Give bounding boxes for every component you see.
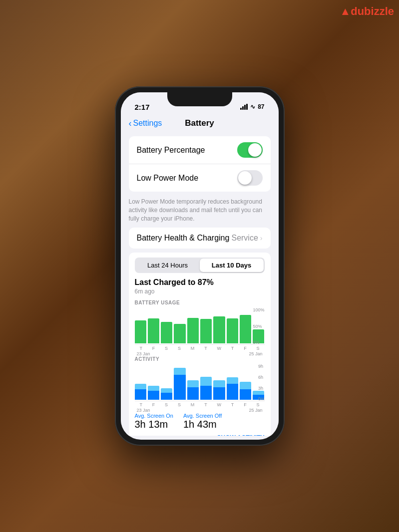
- activity-bar-5: [200, 364, 212, 400]
- battery-x-label-1: F: [152, 346, 155, 351]
- status-time: 2:17: [135, 103, 150, 111]
- activity-label: ACTIVITY: [135, 356, 265, 362]
- low-power-description: Low Power Mode temporarily reduces backg…: [121, 196, 279, 228]
- wifi-icon: ∿: [250, 103, 255, 110]
- phone-device: 2:17 ∿ 87 ‹ Settings Battery: [115, 86, 285, 446]
- activity-x-label-7: T: [231, 402, 234, 407]
- battery-x-label-5: T: [204, 346, 207, 351]
- activity-x-label-1: F: [152, 402, 155, 407]
- activity-x-label-9: S: [257, 402, 260, 407]
- low-power-mode-toggle[interactable]: [237, 170, 263, 186]
- back-button[interactable]: ‹ Settings: [129, 118, 162, 129]
- battery-x-label-8: F: [244, 346, 247, 351]
- nav-bar: ‹ Settings Battery: [121, 114, 279, 132]
- battery-health-group: Battery Health & Charging Service ›: [129, 228, 271, 249]
- charge-title: Last Charged to 87%: [135, 278, 265, 287]
- activity-bars: [135, 364, 265, 401]
- activity-x-label-3: S: [178, 402, 181, 407]
- battery-x-label-0: T: [139, 346, 142, 351]
- toggle-knob-2: [238, 171, 252, 185]
- activity-bar-4: [187, 364, 199, 400]
- battery-by-app-header: BATTERY USAGE BY APP SHOW ACTIVITY: [135, 434, 265, 436]
- content-area: Battery Percentage Low Power Mode Low Po…: [121, 132, 279, 436]
- spacer: [121, 132, 279, 136]
- service-label: Service: [231, 234, 258, 243]
- battery-date-range: 23 Jan 25 Jan: [135, 351, 265, 356]
- battery-bar-1: [148, 307, 159, 343]
- battery-bar-7: [227, 307, 238, 343]
- battery-usage-label: BATTERY USAGE: [135, 300, 265, 305]
- activity-bar-6: [213, 364, 225, 400]
- time-tab-bar: Last 24 Hours Last 10 Days: [135, 258, 265, 273]
- activity-bar-7: [227, 364, 238, 400]
- battery-status-percent: 87: [258, 103, 264, 110]
- activity-x-label-5: T: [204, 402, 207, 407]
- battery-x-label-7: T: [231, 346, 234, 351]
- averages-section: Avg. Screen On 3h 13m Avg. Screen Off 1h…: [135, 413, 265, 430]
- battery-x-label-3: S: [178, 346, 181, 351]
- chevron-right-icon: ›: [260, 234, 263, 242]
- activity-bar-2: [161, 364, 172, 400]
- show-activity-button[interactable]: SHOW ACTIVITY: [217, 434, 265, 436]
- battery-percentage-group: Battery Percentage Low Power Mode: [129, 136, 271, 192]
- activity-x-label-0: T: [139, 402, 142, 407]
- dubizzle-watermark: ▲dubizzle: [340, 5, 394, 18]
- activity-date-range: 23 Jan 25 Jan: [135, 408, 265, 413]
- avg-screen-on: Avg. Screen On 3h 13m: [135, 413, 173, 430]
- activity-chart-area: 9h 6h 3h 0m TFSSMTWTFS 23 Jan 25 Jan: [135, 364, 265, 409]
- battery-bar-6: [213, 307, 225, 343]
- battery-bar-2: [161, 307, 172, 343]
- battery-bar-3: [174, 307, 185, 343]
- signal-icon: [240, 104, 248, 110]
- battery-percentage-row: Battery Percentage: [129, 136, 271, 164]
- battery-health-row[interactable]: Battery Health & Charging Service ›: [129, 228, 271, 249]
- dubizzle-accent: ▲: [340, 5, 351, 17]
- battery-bars-container: [135, 307, 265, 345]
- toggle-knob: [248, 143, 262, 157]
- battery-x-label-9: S: [257, 346, 260, 351]
- activity-y-labels: 9h 6h 3h 0m: [258, 364, 265, 401]
- battery-usage-chart: BATTERY USAGE 100% 50% 0%: [135, 300, 265, 352]
- back-chevron-icon: ‹: [129, 118, 132, 129]
- battery-usage-chart-area: 100% 50% 0% TFSSMTWTFS 23 Jan 25 Jan: [135, 307, 265, 352]
- back-label: Settings: [133, 119, 162, 128]
- battery-health-link-right: Service ›: [231, 234, 262, 243]
- low-power-mode-row: Low Power Mode: [129, 164, 271, 192]
- activity-bar-0: [135, 364, 146, 400]
- activity-x-label-8: F: [244, 402, 247, 407]
- activity-x-label-6: W: [217, 402, 222, 407]
- battery-bar-4: [187, 307, 199, 343]
- tab-last-24h[interactable]: Last 24 Hours: [136, 259, 200, 272]
- status-icons: ∿ 87: [240, 103, 264, 110]
- low-power-mode-label: Low Power Mode: [137, 174, 199, 183]
- battery-percentage-toggle[interactable]: [237, 142, 263, 158]
- page-title: Battery: [185, 118, 214, 128]
- battery-x-label-6: W: [217, 346, 222, 351]
- battery-by-app-title: BATTERY USAGE BY APP: [135, 435, 208, 436]
- battery-x-label-2: S: [165, 346, 168, 351]
- battery-y-labels: 100% 50% 0%: [253, 307, 264, 345]
- activity-x-label-2: S: [165, 402, 168, 407]
- battery-percentage-label: Battery Percentage: [137, 146, 205, 155]
- activity-bar-1: [148, 364, 159, 400]
- avg-screen-off: Avg. Screen Off 1h 43m: [183, 413, 222, 430]
- avg-screen-off-label: Avg. Screen Off: [183, 413, 222, 419]
- phone-screen: 2:17 ∿ 87 ‹ Settings Battery: [121, 92, 279, 440]
- avg-screen-on-value: 3h 13m: [135, 419, 173, 430]
- activity-bar-8: [240, 364, 251, 400]
- activity-x-labels: TFSSMTWTFS: [135, 402, 265, 407]
- battery-x-label-4: M: [191, 346, 195, 351]
- avg-screen-off-value: 1h 43m: [183, 419, 222, 430]
- phone-notch: [167, 92, 232, 106]
- activity-chart: ACTIVITY 9h 6h 3h: [135, 356, 265, 409]
- battery-bar-8: [240, 307, 251, 343]
- activity-bars-container: [135, 364, 265, 401]
- avg-screen-on-label: Avg. Screen On: [135, 413, 173, 419]
- battery-health-label: Battery Health & Charging: [137, 234, 230, 243]
- battery-bars: [135, 307, 265, 345]
- tab-last-10d[interactable]: Last 10 Days: [200, 259, 264, 272]
- activity-x-label-4: M: [191, 402, 195, 407]
- battery-x-labels: TFSSMTWTFS: [135, 346, 265, 351]
- charge-subtitle: 6m ago: [135, 288, 265, 295]
- activity-bar-3: [174, 364, 185, 400]
